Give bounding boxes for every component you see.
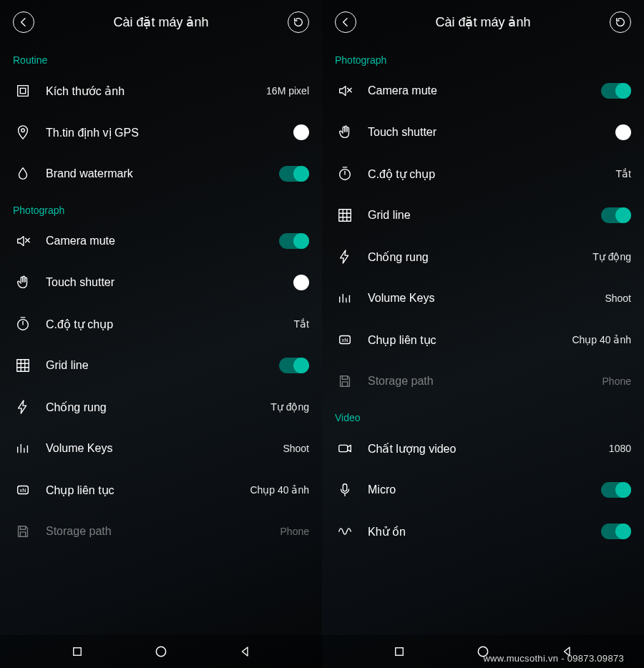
micro-toggle[interactable] bbox=[601, 482, 631, 498]
svg-rect-24 bbox=[339, 210, 351, 222]
back-button[interactable] bbox=[335, 11, 356, 33]
nav-recent[interactable] bbox=[71, 645, 84, 658]
setting-volume-keys[interactable]: Volume Keys Shoot bbox=[322, 277, 644, 319]
camera-mute-toggle[interactable] bbox=[601, 83, 631, 99]
burst-label: Chụp liên tục bbox=[368, 333, 572, 347]
burst-icon: xN bbox=[13, 482, 33, 498]
setting-touch-shutter[interactable]: Touch shutter bbox=[0, 262, 322, 303]
svg-rect-1 bbox=[20, 88, 25, 93]
video-quality-label: Chất lượng video bbox=[368, 442, 609, 456]
setting-image-size[interactable]: Kích thước ảnh 16M pixel bbox=[0, 70, 322, 112]
page-title: Cài đặt máy ảnh bbox=[435, 14, 530, 30]
setting-burst[interactable]: xN Chụp liên tục Chụp 40 ảnh bbox=[0, 469, 322, 511]
section-label: Video bbox=[322, 402, 644, 428]
reset-button[interactable] bbox=[288, 11, 309, 33]
mute-icon bbox=[13, 233, 33, 249]
video-icon bbox=[335, 441, 355, 456]
setting-volume-keys[interactable]: Volume Keys Shoot bbox=[0, 428, 322, 469]
camera-mute-label: Camera mute bbox=[368, 84, 601, 97]
image-size-label: Kích thước ảnh bbox=[46, 84, 266, 98]
crop-icon bbox=[13, 83, 33, 99]
svg-rect-17 bbox=[20, 526, 25, 530]
setting-camera-mute[interactable]: Camera mute bbox=[322, 70, 644, 112]
svg-point-2 bbox=[21, 129, 25, 132]
micro-label: Micro bbox=[368, 483, 601, 496]
storage-value: Phone bbox=[280, 526, 309, 537]
grid-line-toggle[interactable] bbox=[279, 358, 309, 373]
location-icon bbox=[13, 124, 33, 140]
setting-self-timer[interactable]: C.độ tự chụp Tắt bbox=[322, 153, 644, 195]
nav-recent[interactable] bbox=[393, 645, 406, 658]
hand-icon bbox=[335, 124, 355, 140]
setting-grid-line[interactable]: Grid line bbox=[0, 345, 322, 386]
self-timer-value: Tắt bbox=[616, 168, 631, 180]
setting-self-timer[interactable]: C.độ tự chụp Tắt bbox=[0, 303, 322, 345]
anti-shake-label: Chống rung bbox=[368, 250, 592, 264]
camera-mute-toggle[interactable] bbox=[279, 233, 309, 249]
touch-shutter-label: Touch shutter bbox=[46, 276, 293, 289]
gps-radio[interactable] bbox=[293, 124, 309, 140]
flash-icon bbox=[335, 249, 355, 265]
volume-keys-value: Shoot bbox=[283, 443, 309, 454]
watermark-label: Brand watermark bbox=[46, 167, 279, 180]
camera-mute-label: Camera mute bbox=[46, 235, 279, 247]
setting-touch-shutter[interactable]: Touch shutter bbox=[322, 112, 644, 153]
setting-noise-cancel[interactable]: Khử ồn bbox=[322, 511, 644, 552]
watermark-toggle[interactable] bbox=[279, 166, 309, 182]
setting-anti-shake[interactable]: Chống rung Tự động bbox=[322, 236, 644, 277]
touch-shutter-label: Touch shutter bbox=[368, 126, 615, 139]
levels-icon bbox=[335, 290, 355, 306]
setting-storage: Storage path Phone bbox=[0, 511, 322, 552]
nav-home[interactable] bbox=[154, 644, 168, 659]
setting-video-quality[interactable]: Chất lượng video 1080 bbox=[322, 428, 644, 469]
svg-text:xN: xN bbox=[342, 337, 348, 343]
svg-point-20 bbox=[156, 647, 165, 656]
hand-icon bbox=[13, 275, 33, 290]
reset-button[interactable] bbox=[610, 11, 631, 33]
image-size-value: 16M pixel bbox=[266, 85, 309, 97]
back-button[interactable] bbox=[13, 11, 34, 33]
gps-label: Th.tin định vị GPS bbox=[46, 126, 293, 139]
video-quality-value: 1080 bbox=[609, 443, 631, 454]
svg-rect-38 bbox=[343, 484, 347, 491]
volume-keys-label: Volume Keys bbox=[46, 442, 283, 455]
burst-label: Chụp liên tục bbox=[46, 483, 250, 497]
mic-icon bbox=[335, 482, 355, 498]
self-timer-label: C.độ tự chụp bbox=[46, 318, 294, 331]
storage-label: Storage path bbox=[368, 375, 602, 388]
drop-icon bbox=[13, 166, 33, 182]
noise-cancel-label: Khử ồn bbox=[368, 525, 601, 539]
anti-shake-value: Tự động bbox=[592, 251, 631, 262]
svg-rect-19 bbox=[73, 648, 81, 656]
self-timer-value: Tắt bbox=[294, 318, 309, 330]
grid-line-label: Grid line bbox=[46, 359, 279, 372]
setting-gps[interactable]: Th.tin định vị GPS bbox=[0, 112, 322, 153]
section-label: Photograph bbox=[322, 44, 644, 70]
setting-grid-line[interactable]: Grid line bbox=[322, 195, 644, 236]
volume-keys-label: Volume Keys bbox=[368, 292, 605, 305]
burst-value: Chụp 40 ảnh bbox=[572, 334, 631, 345]
nav-back[interactable] bbox=[239, 645, 252, 658]
setting-camera-mute[interactable]: Camera mute bbox=[0, 220, 322, 262]
storage-value: Phone bbox=[602, 375, 631, 387]
touch-shutter-radio[interactable] bbox=[293, 275, 309, 290]
setting-watermark[interactable]: Brand watermark bbox=[0, 153, 322, 195]
touch-shutter-radio[interactable] bbox=[615, 124, 631, 140]
svg-rect-0 bbox=[18, 86, 29, 97]
storage-label: Storage path bbox=[46, 525, 280, 538]
section-label: Photograph bbox=[0, 195, 322, 220]
timer-icon bbox=[335, 166, 355, 182]
levels-icon bbox=[13, 441, 33, 456]
grid-icon bbox=[13, 358, 33, 373]
setting-micro[interactable]: Micro bbox=[322, 469, 644, 511]
svg-rect-6 bbox=[17, 360, 29, 372]
setting-storage: Storage path Phone bbox=[322, 360, 644, 402]
svg-rect-36 bbox=[342, 382, 347, 386]
setting-anti-shake[interactable]: Chống rung Tự động bbox=[0, 386, 322, 428]
anti-shake-label: Chống rung bbox=[46, 401, 270, 414]
setting-burst[interactable]: xN Chụp liên tục Chụp 40 ảnh bbox=[322, 319, 644, 360]
noise-cancel-toggle[interactable] bbox=[601, 524, 631, 539]
svg-rect-40 bbox=[395, 648, 403, 656]
section-label: Routine bbox=[0, 44, 322, 70]
grid-line-toggle[interactable] bbox=[601, 207, 631, 223]
